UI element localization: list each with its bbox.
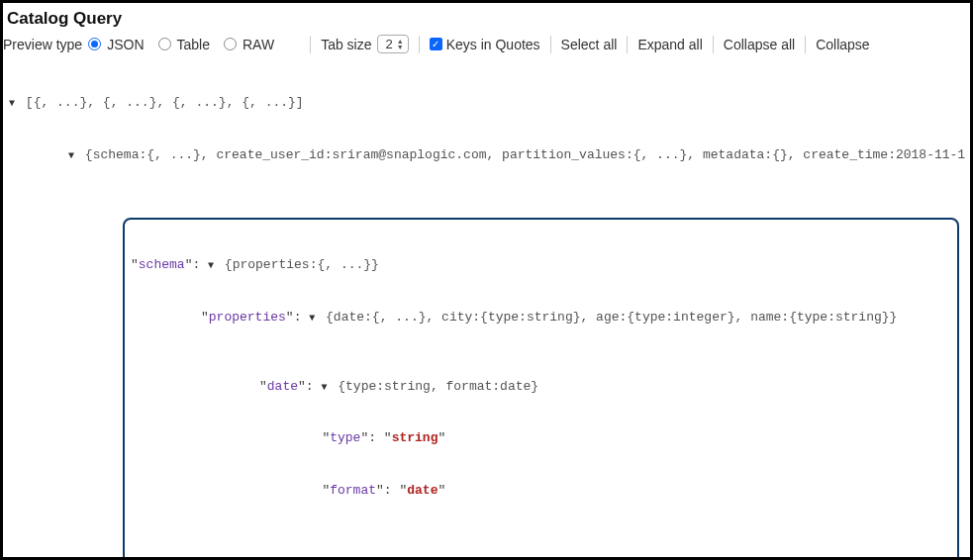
expand-toggle-icon[interactable] <box>68 146 74 164</box>
expand-toggle-icon[interactable] <box>9 94 15 112</box>
json-root-array[interactable]: [{, ...}, {, ...}, {, ...}, {, ...}] <box>9 94 964 112</box>
radio-raw-label[interactable]: RAW <box>243 37 274 52</box>
select-all-button[interactable]: Select all <box>561 37 618 52</box>
json-object[interactable]: {schema:{, ...}, create_user_id:sriram@s… <box>9 146 964 164</box>
json-prop: "format": "date" <box>131 482 951 500</box>
expand-toggle-icon[interactable] <box>208 256 214 274</box>
tabsize-label: Tab size <box>321 37 371 52</box>
json-prop: "type": "string" <box>131 429 951 447</box>
preview-type-radio-group: JSON Table RAW <box>88 37 284 52</box>
keys-in-quotes-label[interactable]: Keys in Quotes <box>446 37 540 52</box>
json-key-properties[interactable]: "properties": {date:{, ...}, city:{type:… <box>131 309 951 327</box>
expand-toggle-icon[interactable] <box>321 378 327 396</box>
radio-json-label[interactable]: JSON <box>107 37 144 52</box>
radio-table[interactable] <box>158 38 171 50</box>
page-title: Catalog Query <box>7 9 966 29</box>
expand-toggle-icon[interactable] <box>309 309 315 327</box>
tabsize-value: 2 <box>385 37 392 51</box>
json-key-date[interactable]: "date": {type:string, format:date} <box>131 378 951 396</box>
keys-in-quotes-checkbox[interactable]: ✓ <box>430 38 442 50</box>
schema-highlight-box: "schema": {properties:{, ...}} "properti… <box>123 218 959 560</box>
json-viewer: [{, ...}, {, ...}, {, ...}, {, ...}] {sc… <box>3 59 970 560</box>
collapse-all-button[interactable]: Collapse all <box>724 37 795 52</box>
radio-json[interactable] <box>88 38 101 50</box>
radio-raw[interactable] <box>224 38 237 50</box>
separator-icon <box>310 36 311 53</box>
separator-icon <box>550 36 551 53</box>
expand-all-button[interactable]: Expand all <box>637 37 702 52</box>
preview-type-label: Preview type <box>3 37 82 52</box>
tabsize-stepper[interactable]: 2 ▲▼ <box>377 35 408 53</box>
collapse-button[interactable]: Collapse <box>816 37 869 52</box>
radio-table-label[interactable]: Table <box>177 37 210 52</box>
json-key-schema[interactable]: "schema": {properties:{, ...}} <box>131 256 951 274</box>
toolbar: Preview type JSON Table RAW Tab size 2 ▲… <box>3 33 970 59</box>
separator-icon <box>713 36 714 53</box>
separator-icon <box>805 36 806 53</box>
separator-icon <box>419 36 420 53</box>
separator-icon <box>627 36 628 53</box>
stepper-arrows-icon[interactable]: ▲▼ <box>397 39 404 50</box>
